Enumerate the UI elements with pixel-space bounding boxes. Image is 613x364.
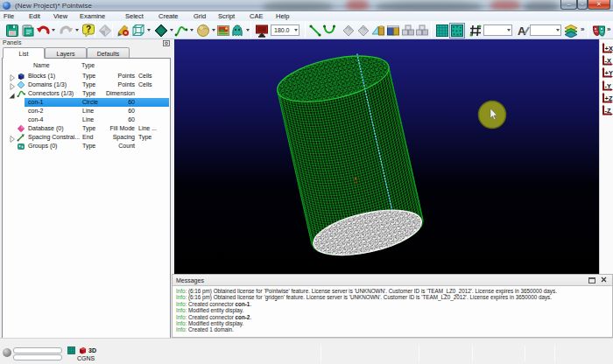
message-line: Info: Modified entity display. bbox=[176, 307, 243, 313]
show-blocks-dropdown-caret[interactable] bbox=[147, 29, 151, 32]
tree-row-con-1[interactable]: con-1Circle60 bbox=[3, 98, 170, 107]
cae-masks-icon[interactable] bbox=[592, 24, 606, 38]
view-plusy-button[interactable]: +Y bbox=[601, 66, 613, 79]
dimension-combo[interactable] bbox=[483, 24, 512, 36]
assemble-special2-icon[interactable] bbox=[415, 24, 429, 38]
show-connectors-icon[interactable] bbox=[174, 24, 188, 38]
layers-icon[interactable] bbox=[564, 24, 578, 38]
entity-col3: Dimension bbox=[95, 89, 135, 98]
entity-name: Spacing Constrai... bbox=[28, 133, 80, 142]
view-minusx-button[interactable]: -X bbox=[601, 54, 613, 66]
tree-row-connectors-1-3[interactable]: Connectors (1/3)TypeDimension bbox=[3, 89, 170, 98]
cae-solver-label[interactable]: CGNS bbox=[77, 355, 95, 361]
menu-help[interactable]: Help bbox=[276, 11, 289, 21]
close-button[interactable]: ✕ bbox=[588, 0, 610, 10]
dimension-label[interactable]: 3D bbox=[88, 347, 96, 354]
undo-dropdown-caret[interactable] bbox=[52, 29, 55, 32]
chevron-down-icon[interactable] bbox=[294, 29, 298, 32]
window-title: (New Project)* Pointwise bbox=[15, 1, 92, 10]
mask-icon[interactable] bbox=[230, 24, 244, 38]
entity-col3: Spacing bbox=[95, 133, 135, 142]
overflow-chevron-icon[interactable]: » bbox=[581, 25, 584, 33]
assemble-special-icon[interactable] bbox=[401, 24, 415, 38]
menu-grid[interactable]: Grid bbox=[194, 11, 206, 21]
tree-row-database-0[interactable]: Database (0)TypeFill ModeLine ... bbox=[3, 124, 170, 133]
view-toolbar: +X -X +Y -Y +Z -Z bbox=[599, 39, 613, 274]
menu-select[interactable]: Select bbox=[125, 11, 144, 21]
statusbar-separator bbox=[525, 346, 525, 361]
unstructured-grid-icon[interactable] bbox=[450, 24, 464, 38]
assemble-domain-icon[interactable] bbox=[342, 24, 356, 38]
message-severity: Info: bbox=[176, 301, 187, 307]
tree-row-domains-1-3[interactable]: Domains (1/3)TypePointsCells bbox=[3, 80, 170, 89]
spacing-combo[interactable] bbox=[530, 24, 561, 36]
toolbar-separator bbox=[250, 23, 251, 38]
menu-edit[interactable]: Edit bbox=[29, 11, 40, 21]
redo-dropdown-caret[interactable] bbox=[75, 29, 79, 32]
extrude-icon[interactable] bbox=[371, 24, 385, 38]
tree-column-name[interactable]: Name bbox=[33, 62, 50, 68]
delete-icon[interactable] bbox=[98, 24, 112, 38]
chevron-down-icon[interactable] bbox=[556, 29, 560, 32]
tree-column-type[interactable]: Type bbox=[81, 62, 95, 68]
grid-mode-icon[interactable] bbox=[67, 346, 75, 354]
dimension-icon[interactable] bbox=[469, 24, 483, 38]
show-domains-icon[interactable] bbox=[154, 24, 168, 38]
maximize-button[interactable]: ▫ bbox=[577, 0, 588, 10]
solid-mode-icon[interactable] bbox=[79, 346, 87, 354]
svg-text:-Y: -Y bbox=[605, 81, 611, 89]
pin-icon[interactable] bbox=[163, 40, 170, 46]
overflow-chevron2-icon[interactable]: » bbox=[607, 25, 610, 33]
view-plusz-button[interactable]: +Z bbox=[601, 92, 613, 104]
minimize-button[interactable]: – bbox=[560, 0, 577, 10]
mask-dropdown-caret[interactable] bbox=[246, 29, 250, 32]
groups-icon bbox=[17, 142, 25, 153]
entity-type: Type bbox=[82, 124, 95, 133]
entity-name: Groups (0) bbox=[28, 142, 57, 150]
tree-row-spacing-constrai[interactable]: Spacing Constrai...EndSpacingType bbox=[3, 133, 170, 142]
view-projection-icon[interactable] bbox=[255, 24, 269, 38]
assemble-block-icon[interactable] bbox=[386, 24, 400, 38]
menu-file[interactable]: File bbox=[4, 11, 14, 21]
tree-row-con-4[interactable]: con-4Line60 bbox=[3, 116, 170, 124]
save-icon[interactable] bbox=[5, 24, 19, 38]
assemble-domain2-icon[interactable] bbox=[356, 24, 370, 38]
display-viewport[interactable] bbox=[174, 39, 599, 274]
show-database-icon[interactable] bbox=[196, 24, 210, 38]
tree-row-groups-0[interactable]: Groups (0)TypeCount bbox=[3, 142, 170, 150]
show-blocks-icon[interactable] bbox=[131, 24, 145, 38]
tab-list[interactable]: List bbox=[3, 47, 45, 59]
show-connectors-dropdown-caret[interactable] bbox=[190, 29, 194, 32]
axis-marker bbox=[355, 178, 356, 179]
help-icon[interactable]: ? bbox=[81, 24, 95, 38]
paste-icon[interactable] bbox=[21, 24, 35, 38]
entity-col4: Type bbox=[138, 133, 151, 142]
tree-row-con-2[interactable]: con-2Line60 bbox=[3, 107, 170, 116]
undo-icon[interactable] bbox=[36, 24, 50, 38]
view-minusz-button[interactable]: -Z bbox=[601, 104, 613, 116]
redo-icon[interactable] bbox=[60, 24, 74, 38]
menu-cae[interactable]: CAE bbox=[250, 11, 263, 21]
structured-grid-icon[interactable] bbox=[435, 24, 449, 38]
menu-script[interactable]: Script bbox=[218, 11, 235, 21]
rotation-combo[interactable]: 180.0 bbox=[271, 24, 299, 36]
toolbar: ? 180.0 A » bbox=[0, 21, 613, 39]
menu-create[interactable]: Create bbox=[159, 11, 179, 21]
circle-curve-icon[interactable] bbox=[322, 24, 336, 38]
display-attributes-icon[interactable] bbox=[116, 24, 130, 38]
status-bar: 3D CGNS bbox=[0, 338, 613, 364]
chevron-down-icon[interactable] bbox=[507, 29, 511, 32]
view-minusy-button[interactable]: -Y bbox=[601, 80, 613, 92]
spacing-icon[interactable]: A bbox=[517, 24, 531, 38]
view-plusx-button[interactable]: +X bbox=[601, 42, 613, 54]
menu-view[interactable]: View bbox=[53, 11, 67, 21]
close-panel-icon[interactable] bbox=[601, 276, 607, 285]
float-panel-icon[interactable] bbox=[588, 277, 595, 284]
show-sources-icon[interactable] bbox=[216, 24, 230, 38]
show-domains-dropdown-caret[interactable] bbox=[170, 29, 173, 32]
menu-examine[interactable]: Examine bbox=[80, 11, 105, 21]
show-database-dropdown-caret[interactable] bbox=[212, 29, 215, 32]
tree-row-blocks-1[interactable]: Blocks (1)TypePointsCells bbox=[3, 72, 170, 80]
two-point-curve-icon[interactable] bbox=[308, 24, 322, 38]
toolbar-separator bbox=[305, 23, 306, 38]
